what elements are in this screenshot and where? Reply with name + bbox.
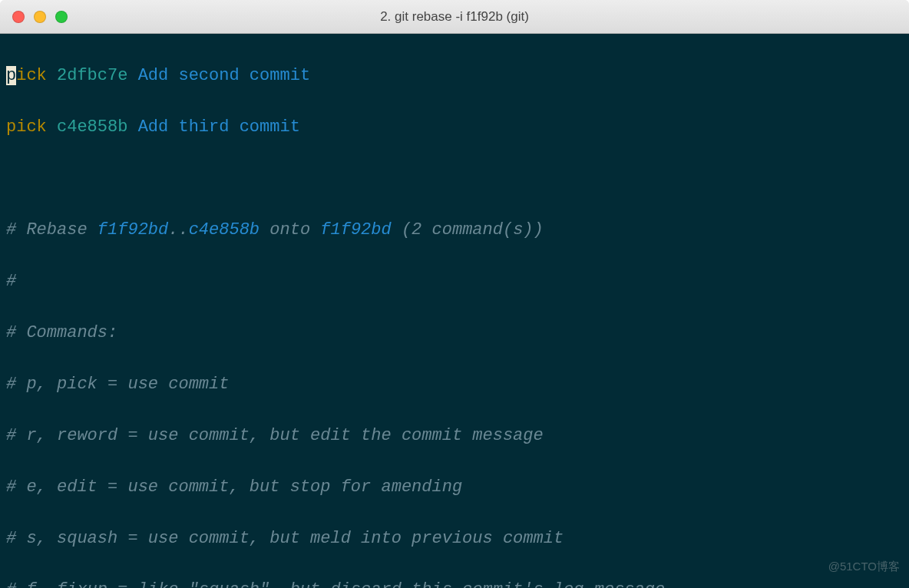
window-title: 2. git rebase -i f1f92b (git) xyxy=(0,9,909,25)
hash-mark: # xyxy=(6,220,16,239)
commit-hash: c4e858b xyxy=(57,117,127,137)
onto-hash: f1f92bd xyxy=(320,220,391,239)
commit-hash: 2dfbc7e xyxy=(57,66,127,85)
terminal-window: 2. git rebase -i f1f92b (git) pick 2dfbc… xyxy=(0,0,909,588)
onto-word: onto xyxy=(269,220,310,239)
rebase-tail: (2 command(s)) xyxy=(402,220,544,239)
rebase-header: # Rebase f1f92bd..c4e858b onto f1f92bd (… xyxy=(6,217,903,243)
commit-msg: Add second commit xyxy=(138,66,310,85)
comment-line: # r, reword = use commit, but edit the c… xyxy=(6,423,903,449)
rebase-word: Rebase xyxy=(26,220,87,239)
range-sep: .. xyxy=(168,220,188,239)
cursor: p xyxy=(6,66,16,85)
commit-msg: Add third commit xyxy=(138,117,300,137)
minimize-icon[interactable] xyxy=(34,11,46,23)
blank-line xyxy=(6,166,903,192)
range-from: f1f92bd xyxy=(98,220,168,239)
comment-line: # Commands: xyxy=(6,320,903,346)
comment-line: # xyxy=(6,269,903,295)
pick-line[interactable]: pick 2dfbc7e Add second commit xyxy=(6,63,903,89)
comment-line: # e, edit = use commit, but stop for ame… xyxy=(6,474,903,500)
titlebar[interactable]: 2. git rebase -i f1f92b (git) xyxy=(0,0,909,34)
range-to: c4e858b xyxy=(189,220,259,239)
comment-line: # s, squash = use commit, but meld into … xyxy=(6,526,903,552)
watermark: @51CTO博客 xyxy=(828,553,900,580)
zoom-icon[interactable] xyxy=(55,11,68,23)
close-icon[interactable] xyxy=(12,11,25,23)
pick-line[interactable]: pick c4e858b Add third commit xyxy=(6,114,903,140)
comment-line: # f, fixup = like "squash", but discard … xyxy=(6,577,903,589)
comment-line: # p, pick = use commit xyxy=(6,372,903,398)
pick-cmd: pick xyxy=(6,117,47,137)
terminal-viewport[interactable]: pick 2dfbc7e Add second commit pick c4e8… xyxy=(0,34,909,588)
traffic-lights xyxy=(0,11,68,23)
